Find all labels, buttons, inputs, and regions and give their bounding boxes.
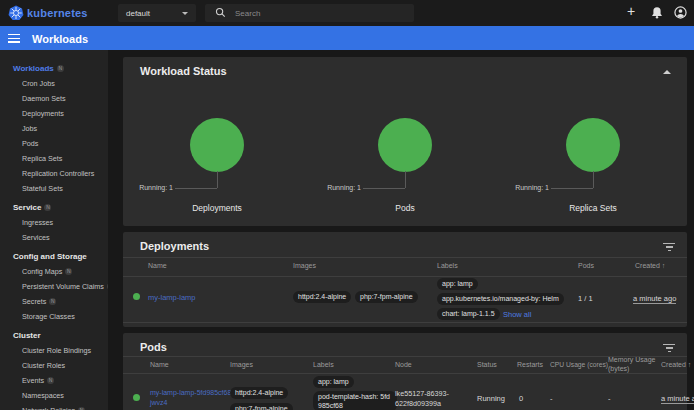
sidebar-item-service[interactable]: ServiceN xyxy=(0,200,108,215)
legend-connector xyxy=(363,188,405,189)
sidebar-item-services[interactable]: Services xyxy=(0,230,108,245)
kubernetes-logo-icon[interactable] xyxy=(8,5,24,21)
legend-connector xyxy=(593,171,594,188)
sidebar-item-storage-classes[interactable]: Storage Classes xyxy=(0,309,108,324)
pods-card: Pods Name Images Labels Node Status Rest… xyxy=(123,333,687,410)
workload-status-title: Workload Status xyxy=(140,65,227,77)
replica-sets-pie-chart xyxy=(566,118,620,172)
main-content: Workload Status Running: 1 Deployments R… xyxy=(108,50,694,410)
namespaced-badge: N xyxy=(57,65,64,72)
column-header-pods: Pods xyxy=(578,262,594,269)
sidebar-item-namespaces[interactable]: Namespaces xyxy=(0,388,108,403)
sidebar-item-config-and-storage[interactable]: Config and Storage xyxy=(0,249,108,264)
sidebar-item-stateful-sets[interactable]: Stateful Sets xyxy=(0,181,108,196)
image-chip: php:7-fpm-alpine xyxy=(230,403,293,410)
deployments-pie-chart xyxy=(190,118,244,172)
sidebar-item-replica-sets[interactable]: Replica Sets xyxy=(0,151,108,166)
menu-hamburger-icon[interactable] xyxy=(8,34,20,43)
sidebar-item-workloads[interactable]: WorkloadsN xyxy=(0,61,108,76)
sort-arrow-icon: ↑ xyxy=(688,361,692,368)
legend-label: Running: 1 xyxy=(301,184,361,191)
sidebar-item-cluster-role-bindings[interactable]: Cluster Role Bindings xyxy=(0,343,108,358)
created-ago: a minute ago xyxy=(633,294,676,304)
column-header-created[interactable]: Created ↑ xyxy=(635,262,665,269)
chart-name: Replica Sets xyxy=(533,203,653,213)
column-header-labels: Labels xyxy=(313,361,334,368)
restarts-count: 0 xyxy=(519,394,523,403)
divider xyxy=(123,257,687,258)
status-ok-icon xyxy=(133,394,140,401)
sidebar-item-events[interactable]: EventsN xyxy=(0,373,108,388)
label-chip: app: lamp xyxy=(437,278,478,290)
chevron-down-icon xyxy=(182,12,188,15)
namespaced-badge: N xyxy=(65,268,72,275)
user-avatar-icon[interactable] xyxy=(674,6,687,19)
namespaced-badge: N xyxy=(47,377,54,384)
sidebar-item-replication-controllers[interactable]: Replication Controllers xyxy=(0,166,108,181)
legend-connector xyxy=(217,171,218,188)
sort-arrow-icon: ↑ xyxy=(662,262,666,269)
legend-connector xyxy=(175,188,217,189)
workload-status-card: Workload Status Running: 1 Deployments R… xyxy=(123,57,687,226)
namespace-value: default xyxy=(126,9,150,18)
sidebar-nav: WorkloadsN Cron Jobs Daemon Sets Deploym… xyxy=(0,50,108,410)
sidebar-item-cluster[interactable]: Cluster xyxy=(0,328,108,343)
filter-icon[interactable] xyxy=(663,243,675,252)
legend-label: Running: 1 xyxy=(489,184,549,191)
kubernetes-dashboard: kubernetes default Search + Workloads xyxy=(0,0,694,410)
sidebar-item-ingresses[interactable]: Ingresses xyxy=(0,215,108,230)
show-all-link[interactable]: Show all xyxy=(503,310,531,319)
column-header-name[interactable]: Name xyxy=(148,262,167,269)
brand-text[interactable]: kubernetes xyxy=(27,7,88,19)
column-header-restarts: Restarts xyxy=(517,361,543,368)
chart-name: Deployments xyxy=(157,203,277,213)
filter-icon[interactable] xyxy=(663,344,675,353)
column-header-name[interactable]: Name xyxy=(150,361,169,368)
sidebar-item-persistent-volume-claims[interactable]: Persistent Volume ClaimsN xyxy=(0,279,108,294)
sidebar-item-cron-jobs[interactable]: Cron Jobs xyxy=(0,76,108,91)
sidebar-item-secrets[interactable]: SecretsN xyxy=(0,294,108,309)
app-bar: Workloads xyxy=(0,26,694,50)
pods-count: 1 / 1 xyxy=(578,294,593,303)
column-header-memory: Memory Usage (bytes) xyxy=(608,356,662,373)
deployment-name-link[interactable]: my-lamp-lamp xyxy=(148,293,196,302)
image-chip: httpd:2.4-alpine xyxy=(293,291,351,303)
namespaced-badge: N xyxy=(44,204,51,211)
divider xyxy=(123,373,687,374)
sidebar-item-network-policies[interactable]: Network PoliciesN xyxy=(0,403,108,410)
node-name: lke55127-86393-622f8d09399a xyxy=(395,389,452,408)
search-icon xyxy=(215,7,226,18)
top-bar: kubernetes default Search + xyxy=(0,0,694,26)
search-input[interactable]: Search xyxy=(205,4,414,22)
namespace-selector[interactable]: default xyxy=(118,4,196,22)
collapse-arrow-icon[interactable] xyxy=(663,70,671,74)
sidebar-item-deployments[interactable]: Deployments xyxy=(0,106,108,121)
memory-usage: - xyxy=(608,394,611,403)
search-placeholder: Search xyxy=(235,9,260,18)
namespaced-badge: N xyxy=(49,298,56,305)
column-header-created[interactable]: Created ↑ xyxy=(661,361,691,368)
cpu-usage: - xyxy=(550,394,553,403)
column-header-images: Images xyxy=(230,361,253,368)
pod-name-link[interactable]: my-lamp-lamp-5fd985cf68-jwvz4 xyxy=(150,388,235,407)
image-chip: php:7-fpm-alpine xyxy=(355,291,418,303)
pods-title: Pods xyxy=(140,341,167,353)
pod-status: Running xyxy=(477,394,505,403)
column-header-cpu: CPU Usage (cores) xyxy=(550,361,608,368)
notifications-bell-icon[interactable] xyxy=(651,6,663,19)
chart-name: Pods xyxy=(345,203,465,213)
divider xyxy=(123,276,687,277)
label-chip: chart: lamp-1.1.5 xyxy=(437,308,500,320)
label-chip: app: lamp xyxy=(313,376,354,388)
sidebar-item-pods[interactable]: Pods xyxy=(0,136,108,151)
legend-connector xyxy=(551,188,593,189)
divider xyxy=(123,356,687,357)
page-title: Workloads xyxy=(32,33,88,45)
deployments-card: Deployments Name Images Labels Pods Crea… xyxy=(123,232,687,327)
sidebar-item-daemon-sets[interactable]: Daemon Sets xyxy=(0,91,108,106)
sidebar-item-config-maps[interactable]: Config MapsN xyxy=(0,264,108,279)
create-plus-icon[interactable]: + xyxy=(627,3,635,19)
column-header-status: Status xyxy=(477,361,497,368)
sidebar-item-jobs[interactable]: Jobs xyxy=(0,121,108,136)
sidebar-item-cluster-roles[interactable]: Cluster Roles xyxy=(0,358,108,373)
